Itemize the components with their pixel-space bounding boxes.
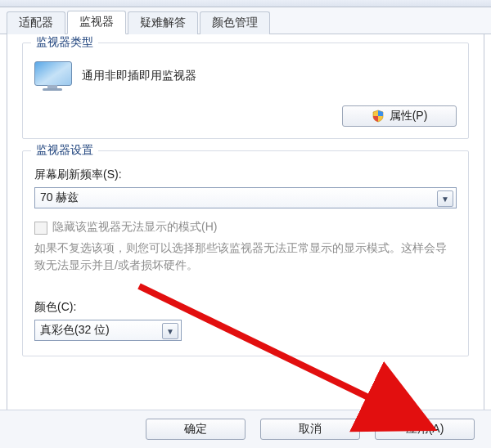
cancel-button-label: 取消 [299, 422, 322, 437]
refresh-rate-label: 屏幕刷新频率(S): [34, 168, 457, 182]
monitor-icon [34, 61, 70, 91]
tab-row: 适配器 监视器 疑难解答 颜色管理 [0, 7, 491, 34]
tab-troubleshoot[interactable]: 疑难解答 [128, 11, 198, 34]
group-monitor-settings: 监视器设置 屏幕刷新频率(S): 70 赫兹 ▼ 隐藏该监视器无法显示的模式(H… [22, 150, 469, 356]
color-label: 颜色(C): [34, 300, 457, 315]
hide-modes-hint: 如果不复选该项，则您可以选择那些该监视器无法正常显示的显示模式。这样会导致无法显… [34, 240, 457, 274]
tab-monitor[interactable]: 监视器 [67, 11, 126, 34]
tab-adapter[interactable]: 适配器 [7, 11, 65, 34]
refresh-rate-value: 70 赫兹 [34, 187, 457, 208]
tab-pane-monitor: 监视器类型 通用非即插即用监视器 属性(P) [7, 34, 484, 410]
tab-color-management[interactable]: 颜色管理 [200, 11, 270, 34]
dialog-footer: 确定 取消 应用(A) [0, 410, 491, 448]
hide-modes-label: 隐藏该监视器无法显示的模式(H) [52, 220, 217, 235]
window: 适配器 监视器 疑难解答 颜色管理 监视器类型 通用非即插即用监视器 [0, 0, 491, 448]
cancel-button[interactable]: 取消 [260, 419, 360, 440]
color-value: 真彩色(32 位) [34, 320, 182, 341]
group-title-monitor-type: 监视器类型 [31, 35, 98, 50]
titlebar [0, 0, 491, 7]
refresh-rate-select[interactable]: 70 赫兹 ▼ [34, 187, 457, 208]
apply-button[interactable]: 应用(A) [375, 419, 475, 440]
properties-button[interactable]: 属性(P) [342, 105, 457, 127]
color-select[interactable]: 真彩色(32 位) ▼ [34, 320, 182, 341]
hide-modes-row: 隐藏该监视器无法显示的模式(H) [34, 220, 457, 235]
group-title-monitor-settings: 监视器设置 [31, 143, 98, 158]
group-monitor-type: 监视器类型 通用非即插即用监视器 属性(P) [22, 43, 469, 139]
monitor-info-row: 通用非即插即用监视器 [34, 61, 457, 91]
hide-modes-checkbox[interactable] [34, 222, 47, 235]
ok-button[interactable]: 确定 [146, 419, 246, 440]
shield-icon [372, 110, 385, 123]
apply-button-label: 应用(A) [406, 422, 444, 437]
properties-button-label: 属性(P) [390, 109, 428, 123]
ok-button-label: 确定 [184, 422, 207, 437]
monitor-device-name: 通用非即插即用监视器 [82, 69, 196, 83]
